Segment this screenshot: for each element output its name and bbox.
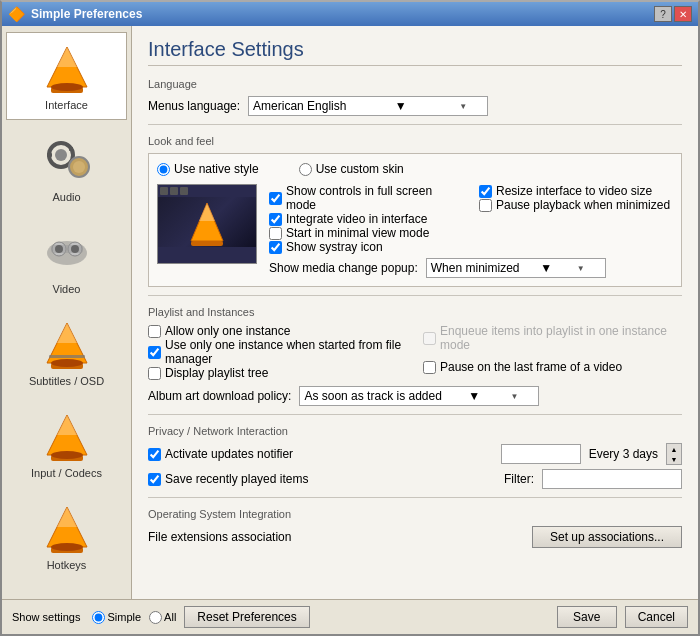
help-button[interactable]: ? — [654, 6, 672, 22]
save-button[interactable]: Save — [557, 606, 617, 628]
systray-label[interactable]: Show systray icon — [269, 240, 383, 254]
display-playlist-cb[interactable] — [148, 367, 161, 380]
integrate-video-cb[interactable] — [269, 213, 282, 226]
look-feel-box: Use native style Use custom skin — [148, 153, 682, 287]
minimal-view-label[interactable]: Start in minimal view mode — [269, 226, 429, 240]
main-window: 🔶 Simple Preferences ? ✕ — [0, 0, 700, 636]
spin-up-button[interactable]: ▲ — [667, 444, 681, 454]
options-two-col: Show controls in full screen mode Integr… — [269, 184, 673, 254]
one-instance-cb[interactable] — [148, 325, 161, 338]
display-playlist-label[interactable]: Display playlist tree — [148, 366, 268, 380]
sidebar-item-subtitles[interactable]: Subtitles / OSD — [6, 308, 127, 396]
simple-radio[interactable] — [92, 611, 105, 624]
all-radio[interactable] — [149, 611, 162, 624]
systray-cb[interactable] — [269, 241, 282, 254]
all-radio-label[interactable]: All — [149, 611, 176, 624]
file-extensions-row: File extensions association Set up assoc… — [148, 526, 682, 548]
resize-interface-label[interactable]: Resize interface to video size — [479, 184, 652, 198]
update-spinner[interactable]: ▲ ▼ — [666, 443, 682, 465]
media-popup-dropdown[interactable]: When minimized ▼ — [426, 258, 606, 278]
album-art-dropdown[interactable]: As soon as track is added ▼ — [299, 386, 539, 406]
svg-marker-1 — [57, 47, 77, 67]
interface-icon — [39, 41, 95, 97]
sidebar-item-input[interactable]: Input / Codecs — [6, 400, 127, 488]
input-label: Input / Codecs — [31, 467, 102, 479]
audio-label: Audio — [52, 191, 80, 203]
playlist-left: Allow only one instance Use only one ins… — [148, 324, 407, 380]
svg-marker-22 — [57, 415, 77, 435]
svg-marker-26 — [57, 507, 77, 527]
reset-preferences-button[interactable]: Reset Preferences — [184, 606, 309, 628]
sidebar-item-audio[interactable]: Audio — [6, 124, 127, 212]
album-art-label: Album art download policy: — [148, 389, 291, 403]
body: Interface Audio — [2, 26, 698, 599]
media-popup-row: Show media change popup: When minimized … — [269, 258, 673, 278]
media-popup-label: Show media change popup: — [269, 261, 418, 275]
enqueue-cb — [423, 332, 436, 345]
updates-cb[interactable] — [148, 448, 161, 461]
pause-minimized-cb[interactable] — [479, 199, 492, 212]
native-style-radio[interactable] — [157, 163, 170, 176]
language-dropdown[interactable]: American English ▼ — [248, 96, 488, 116]
updates-label[interactable]: Activate updates notifier — [148, 447, 293, 461]
update-period-input[interactable] — [501, 444, 581, 464]
audio-icon — [39, 133, 95, 189]
album-art-arrow-icon: ▼ — [468, 389, 480, 403]
update-period-label: Every 3 days — [589, 447, 658, 461]
sidebar: Interface Audio — [2, 26, 132, 599]
right-options: Resize interface to video size Pause pla… — [479, 184, 673, 212]
controls-fullscreen-label[interactable]: Show controls in full screen mode — [269, 184, 463, 212]
preview-toolbar — [158, 185, 256, 197]
custom-skin-radio-label[interactable]: Use custom skin — [299, 162, 404, 176]
integrate-video-row: Integrate video in interface — [269, 212, 463, 226]
one-instance-fm-label[interactable]: Use only one instance when started from … — [148, 338, 407, 366]
dropdown-arrow-icon: ▼ — [395, 99, 407, 113]
updates-row: Activate updates notifier Every 3 days ▲… — [148, 443, 682, 465]
setup-associations-button[interactable]: Set up associations... — [532, 526, 682, 548]
filter-input[interactable] — [542, 469, 682, 489]
one-instance-fm-cb[interactable] — [148, 346, 161, 359]
controls-fullscreen-cb[interactable] — [269, 192, 282, 205]
pause-last-cb[interactable] — [423, 361, 436, 374]
svg-point-5 — [55, 149, 67, 161]
titlebar-left: 🔶 Simple Preferences — [8, 6, 142, 22]
updates-right: Every 3 days ▲ ▼ — [501, 443, 682, 465]
svg-rect-7 — [69, 147, 73, 151]
custom-skin-radio[interactable] — [299, 163, 312, 176]
titlebar: 🔶 Simple Preferences ? ✕ — [2, 2, 698, 26]
preview-btn-1 — [160, 187, 168, 195]
recently-played-cb[interactable] — [148, 473, 161, 486]
one-instance-row: Allow only one instance — [148, 324, 407, 338]
sidebar-item-interface[interactable]: Interface — [6, 32, 127, 120]
file-extensions-label: File extensions association — [148, 530, 524, 544]
svg-point-24 — [51, 451, 83, 459]
svg-point-28 — [51, 543, 83, 551]
sidebar-item-video[interactable]: Video — [6, 216, 127, 304]
resize-interface-row: Resize interface to video size — [479, 184, 673, 198]
subtitles-icon — [39, 317, 95, 373]
language-section-label: Language — [148, 78, 682, 90]
one-instance-label[interactable]: Allow only one instance — [148, 324, 290, 338]
pause-last-label[interactable]: Pause on the last frame of a video — [423, 360, 622, 374]
resize-interface-cb[interactable] — [479, 185, 492, 198]
svg-rect-15 — [51, 245, 83, 253]
pause-minimized-row: Pause playback when minimized — [479, 198, 673, 212]
filter-right: Filter: — [504, 469, 682, 489]
simple-radio-label[interactable]: Simple — [92, 611, 141, 624]
sidebar-item-hotkeys[interactable]: Hotkeys — [6, 492, 127, 580]
spin-down-button[interactable]: ▼ — [667, 454, 681, 464]
playlist-section-label: Playlist and Instances — [148, 306, 682, 318]
main-content: Interface Settings Language Menus langua… — [132, 26, 698, 599]
close-button[interactable]: ✕ — [674, 6, 692, 22]
video-label: Video — [53, 283, 81, 295]
recently-played-label[interactable]: Save recently played items — [148, 472, 308, 486]
integrate-video-label[interactable]: Integrate video in interface — [269, 212, 427, 226]
preview-image — [157, 184, 257, 264]
cancel-button[interactable]: Cancel — [625, 606, 688, 628]
preview-area: Show controls in full screen mode Integr… — [157, 184, 673, 278]
minimal-view-cb[interactable] — [269, 227, 282, 240]
native-style-radio-label[interactable]: Use native style — [157, 162, 259, 176]
preview-btn-3 — [180, 187, 188, 195]
hotkeys-label: Hotkeys — [47, 559, 87, 571]
pause-minimized-label[interactable]: Pause playback when minimized — [479, 198, 670, 212]
